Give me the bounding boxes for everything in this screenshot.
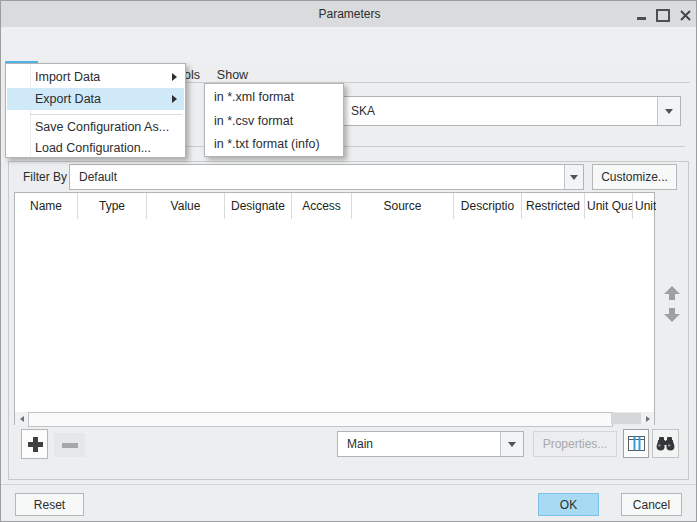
scrollbar-right-button[interactable] bbox=[641, 412, 654, 425]
minimize-button[interactable] bbox=[633, 7, 649, 23]
properties-button[interactable]: Properties... bbox=[533, 431, 617, 457]
submenu-item-txt-format[interactable]: in *.txt format (info) bbox=[206, 132, 342, 156]
parameter-set-dropdown-button[interactable] bbox=[500, 432, 523, 456]
maximize-button[interactable] bbox=[655, 7, 671, 23]
window-title: Parameters bbox=[1, 1, 697, 27]
move-up-button[interactable] bbox=[663, 286, 681, 302]
arrow-up-icon bbox=[664, 286, 680, 294]
minus-icon bbox=[62, 443, 78, 448]
lookin-combo-dropdown-button[interactable] bbox=[657, 97, 680, 125]
submenu-item-xml-format[interactable]: in *.xml format bbox=[206, 85, 342, 109]
submenu-arrow-icon bbox=[172, 73, 177, 81]
parameter-set-value: Main bbox=[347, 432, 373, 456]
lookin-combo-value: SKA bbox=[351, 97, 375, 125]
column-header-type[interactable]: Type bbox=[78, 193, 147, 219]
cancel-button[interactable]: Cancel bbox=[621, 493, 682, 516]
arrow-right-icon bbox=[646, 416, 650, 422]
footer-divider bbox=[1, 484, 697, 485]
column-header-name[interactable]: Name bbox=[15, 193, 78, 219]
menu-item-export-data[interactable]: Export Data bbox=[7, 88, 184, 110]
arrow-left-icon bbox=[20, 416, 24, 422]
column-header-value[interactable]: Value bbox=[147, 193, 225, 219]
columns-table-icon bbox=[628, 436, 645, 451]
arrow-up-stem bbox=[669, 294, 675, 300]
submenu-item-csv-format[interactable]: in *.csv format bbox=[206, 109, 342, 133]
file-menu-panel: Import Data Export Data Save Configurati… bbox=[5, 63, 186, 158]
titlebar: Parameters bbox=[1, 1, 697, 27]
binoculars-icon bbox=[656, 436, 675, 451]
lookin-combo[interactable]: SKA bbox=[341, 96, 681, 126]
plus-icon-vertical bbox=[33, 437, 38, 452]
add-parameter-button[interactable] bbox=[21, 429, 48, 459]
column-header-description[interactable]: Descriptio bbox=[454, 193, 522, 219]
table-horizontal-scrollbar[interactable] bbox=[15, 412, 654, 425]
close-icon bbox=[680, 10, 691, 21]
menu-item-import-data[interactable]: Import Data bbox=[7, 66, 184, 88]
find-parameter-button[interactable] bbox=[652, 429, 679, 458]
columns-display-button[interactable] bbox=[623, 429, 649, 458]
filter-combo-dropdown-button[interactable] bbox=[564, 165, 583, 189]
ok-button[interactable]: OK bbox=[538, 493, 599, 516]
parameter-set-combo[interactable]: Main bbox=[337, 431, 524, 457]
parameters-table: Name Type Value Designate Access Source … bbox=[14, 192, 655, 425]
move-down-button[interactable] bbox=[663, 308, 681, 324]
parameters-dialog: Parameters File Edit Parameters Tools Sh… bbox=[0, 0, 697, 522]
export-submenu-panel: in *.xml format in *.csv format in *.txt… bbox=[204, 83, 344, 157]
minimize-icon bbox=[637, 17, 646, 20]
column-header-unit[interactable]: Unit bbox=[633, 193, 656, 219]
column-header-restricted[interactable]: Restricted bbox=[522, 193, 585, 219]
chevron-down-icon bbox=[665, 109, 673, 114]
column-header-access[interactable]: Access bbox=[292, 193, 352, 219]
delete-parameter-button[interactable] bbox=[54, 433, 85, 457]
column-header-source[interactable]: Source bbox=[352, 193, 454, 219]
menu-item-load-configuration[interactable]: Load Configuration... bbox=[7, 137, 184, 159]
table-body-empty[interactable] bbox=[15, 219, 654, 424]
column-header-designate[interactable]: Designate bbox=[225, 193, 292, 219]
maximize-icon bbox=[656, 9, 670, 22]
chevron-down-icon bbox=[508, 442, 516, 447]
filter-combo-value: Default bbox=[79, 165, 117, 189]
customize-button[interactable]: Customize... bbox=[592, 164, 677, 190]
filter-by-label: Filter By bbox=[23, 164, 67, 190]
close-button[interactable] bbox=[677, 7, 693, 23]
scrollbar-track-gap[interactable] bbox=[611, 413, 641, 424]
chevron-down-icon bbox=[570, 175, 578, 180]
menubar: File Edit Parameters Tools Show bbox=[1, 27, 697, 63]
scrollbar-thumb[interactable] bbox=[28, 412, 613, 427]
table-header-row: Name Type Value Designate Access Source … bbox=[15, 193, 654, 220]
menu-separator bbox=[30, 114, 182, 115]
scrollbar-left-button[interactable] bbox=[15, 412, 28, 425]
arrow-down-icon bbox=[664, 314, 680, 322]
filter-combo[interactable]: Default bbox=[69, 164, 584, 190]
column-header-unit-quantity[interactable]: Unit Quar bbox=[585, 193, 633, 219]
reset-button[interactable]: Reset bbox=[15, 493, 84, 516]
menu-item-save-configuration-as[interactable]: Save Configuration As... bbox=[7, 116, 184, 138]
submenu-arrow-icon bbox=[172, 95, 177, 103]
